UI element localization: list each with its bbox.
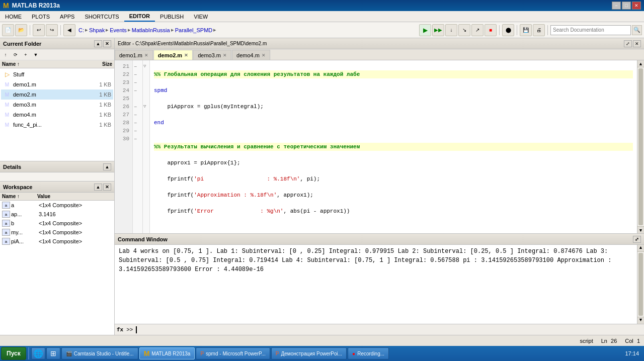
redo-button[interactable]: ↪ <box>46 24 58 36</box>
folder-item-stuff[interactable]: ▷ Stuff <box>1 69 113 79</box>
start-label: Пуск <box>7 350 21 357</box>
folder-item-demo4[interactable]: M demo4.m 1 KB <box>1 110 113 120</box>
tab-demo3-close[interactable]: ✕ <box>223 53 227 58</box>
folder-item-demo2[interactable]: M demo2.m 1 KB <box>1 89 113 100</box>
folder-item-demo1[interactable]: M demo1.m 1 KB <box>1 79 113 89</box>
ws-item-icon: a <box>2 220 10 227</box>
print-button[interactable]: 🖨 <box>533 24 545 36</box>
tab-demo4-close[interactable]: ✕ <box>262 53 266 58</box>
menu-apps[interactable]: APPS <box>55 11 79 22</box>
left-panel: Current Folder ▲ ✕ ↑ ⟳ + ▼ Name ↑ Size <box>0 38 115 335</box>
run-button[interactable]: ▶ <box>419 24 431 36</box>
workspace-header-buttons[interactable]: ▲ ✕ <box>94 184 111 191</box>
undo-button[interactable]: ↩ <box>33 24 45 36</box>
taskbar-ppt-demo[interactable]: P Демонстрация PowerPoi... <box>271 347 347 359</box>
folder-item-name: demo4.m <box>13 112 86 118</box>
search-input[interactable] <box>550 25 631 35</box>
folder-item-func4pi[interactable]: M func_4_pi... 1 KB <box>1 120 113 130</box>
close-button[interactable]: ✕ <box>632 2 641 10</box>
editor-undock-button[interactable]: ⤢ <box>624 40 632 47</box>
new-script-button[interactable]: 📄 <box>2 24 14 36</box>
scrollbar-down-button[interactable]: ▼ <box>637 226 644 233</box>
back-button[interactable]: ◀ <box>63 24 75 36</box>
tab-demo4[interactable]: demo4.m ✕ <box>232 50 270 60</box>
editor-area: Editor - C:\Shpak\Events\MatlabInRussia\… <box>115 38 644 234</box>
ws-item-pia[interactable]: a piA... <1x4 Composite> <box>0 237 114 246</box>
cmd-scroll-down[interactable]: ▼ <box>637 317 644 324</box>
open-button[interactable]: 📂 <box>15 24 27 36</box>
folder-item-size: 1 KB <box>86 81 111 87</box>
folder-item-name: demo3.m <box>13 102 86 108</box>
folder-item-name: demo2.m <box>13 92 86 98</box>
folder-refresh-button[interactable]: ⟳ <box>11 50 20 59</box>
step-in-button[interactable]: ↘ <box>458 24 470 36</box>
command-output[interactable]: Lab 4 works on [0.75, 1 ]. Lab 1: Subint… <box>115 245 637 324</box>
search-button[interactable]: 🔍 <box>632 25 642 35</box>
folder-new-button[interactable]: + <box>21 50 30 59</box>
save-button[interactable]: 💾 <box>520 24 532 36</box>
menu-publish[interactable]: PUBLISH <box>155 11 189 22</box>
cmd-scrollbar-thumb[interactable] <box>638 253 643 316</box>
tab-demo1[interactable]: demo1.m ✕ <box>115 50 153 60</box>
folder-item-demo3[interactable]: M demo3.m 1 KB <box>1 100 113 110</box>
details-maximize-button[interactable]: ▲ <box>103 163 111 170</box>
panel-maximize-button[interactable]: ▲ <box>94 40 102 47</box>
editor-close-button[interactable]: ✕ <box>633 40 641 47</box>
stop-button[interactable]: ■ <box>485 24 497 36</box>
folder-filter-button[interactable]: ▼ <box>31 50 40 59</box>
menu-view[interactable]: VIEW <box>189 11 213 22</box>
tab-demo3[interactable]: demo3.m ✕ <box>193 50 231 60</box>
taskbar-recording[interactable]: ● Recording... <box>348 347 389 359</box>
panel-close-button[interactable]: ✕ <box>103 40 111 47</box>
continue-button[interactable]: ▶▶ <box>432 24 444 36</box>
tab-demo2-close[interactable]: ✕ <box>184 53 188 58</box>
maximize-button[interactable]: □ <box>622 2 631 10</box>
cmd-line: Subinterval: [0.75, 1 ] Integral: 0.5675… <box>307 257 459 264</box>
step-button[interactable]: ↓ <box>445 24 457 36</box>
ws-item-my[interactable]: a my... <1x4 Composite> <box>0 228 114 237</box>
ppt-spmd-label: spmd - Microsoft PowerP... <box>206 351 266 356</box>
minimize-button[interactable]: − <box>612 2 621 10</box>
tab-demo2[interactable]: demo2.m ✕ <box>153 50 193 60</box>
details-header-buttons[interactable]: ▲ <box>103 163 111 170</box>
cmd-titlebar-btn[interactable]: ⤢ <box>633 236 641 243</box>
code-area[interactable]: %% Глобальная операция для сложения резу… <box>150 60 637 233</box>
menu-plots[interactable]: PLOTS <box>27 11 55 22</box>
scrollbar-up-button[interactable]: ▲ <box>637 60 644 67</box>
editor-title-buttons[interactable]: ⤢ ✕ <box>624 40 641 47</box>
ws-item-name: piA... <box>11 238 39 244</box>
panel-header-buttons[interactable]: ▲ ✕ <box>94 40 111 47</box>
breakpoint-button[interactable]: ⬤ <box>502 24 514 36</box>
ws-item-a[interactable]: a a <1x4 Composite> <box>0 201 114 210</box>
cmd-scrollbar[interactable]: ▲ ▼ <box>637 245 644 324</box>
editor-content[interactable]: 21 22 23 24 25 26 27 28 29 30 – – – – – … <box>115 60 644 233</box>
workspace-maximize-button[interactable]: ▲ <box>94 184 102 191</box>
taskbar-matlab[interactable]: M MATLAB R2013a <box>139 347 195 359</box>
taskbar-windows-icon[interactable]: ⊞ <box>46 347 60 359</box>
folder-up-button[interactable]: ↑ <box>1 50 10 59</box>
menu-shortcuts[interactable]: SHORTCUTS <box>79 11 124 22</box>
ws-item-b[interactable]: a b <1x4 Composite> <box>0 219 114 228</box>
tab-demo1-close[interactable]: ✕ <box>144 53 148 58</box>
folder-col-name-label[interactable]: Name ↑ <box>2 61 87 67</box>
ws-col-name-label[interactable]: Name ↑ <box>2 194 37 199</box>
start-button[interactable]: Пуск <box>1 347 26 360</box>
folder-col-size-label[interactable]: Size <box>87 61 112 67</box>
step-out-button[interactable]: ↗ <box>471 24 484 36</box>
taskbar-ppt-spmd[interactable]: P spmd - Microsoft PowerP... <box>196 347 270 359</box>
workspace-close-button[interactable]: ✕ <box>103 184 111 191</box>
editor-scrollbar[interactable]: ▲ ▼ <box>637 60 644 233</box>
taskbar-browser-icon[interactable]: 🌐 <box>31 347 45 359</box>
workspace-panel: Workspace ▲ ✕ Name ↑ Value a a <1x4 Comp… <box>0 182 114 335</box>
ws-item-name: b <box>11 220 39 226</box>
taskbar-camtasia[interactable]: 🎬 Camtasia Studio - Untitle... <box>61 347 138 359</box>
cmd-scroll-up[interactable]: ▲ <box>637 245 644 252</box>
ws-item-name: my... <box>11 229 39 235</box>
ws-item-ap[interactable]: a ap... 3.1416 <box>0 210 114 219</box>
scrollbar-thumb[interactable] <box>638 68 643 225</box>
titlebar-controls[interactable]: − □ ✕ <box>612 2 641 10</box>
menu-home[interactable]: HOME <box>0 11 27 22</box>
ws-col-value-label[interactable]: Value <box>37 194 112 199</box>
menu-editor[interactable]: EDITOR <box>124 11 155 22</box>
command-window-title: Command Window <box>118 236 168 242</box>
